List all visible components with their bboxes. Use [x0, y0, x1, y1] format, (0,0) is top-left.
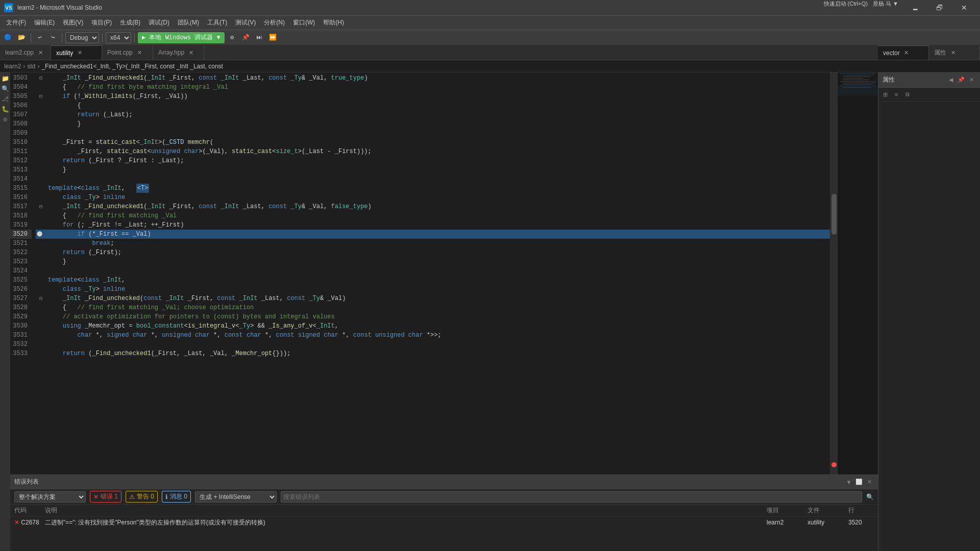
right-panel-btn-1[interactable]: ⊞ — [880, 90, 890, 99]
ln-3526: 3526 — [10, 285, 32, 294]
tab-xutility[interactable]: xutility ✕ — [51, 45, 102, 60]
fold-3505[interactable]: ⊟ — [36, 92, 46, 101]
toolbar-more-4[interactable]: ⏩ — [267, 32, 279, 43]
menu-window[interactable]: 窗口(W) — [289, 16, 319, 29]
toolbar-more-1[interactable]: ⚙ — [227, 32, 238, 43]
menu-debug[interactable]: 调试(D) — [144, 16, 174, 29]
menu-view[interactable]: 视图(V) — [59, 16, 87, 29]
tab-learn2cpp[interactable]: learn2.cpp ✕ — [0, 45, 51, 60]
code-line-3526: class _Ty> inline — [46, 285, 830, 294]
scrollbar-thumb[interactable] — [831, 194, 837, 235]
menu-project[interactable]: 项目(P) — [87, 16, 116, 29]
activity-git-icon[interactable]: ⎇ — [1, 95, 9, 103]
error-table: 代码 说明 项目 文件 行 ✕ C2678 二进制"==": 没有找到接受"Pe… — [10, 505, 878, 551]
fold-3530 — [36, 321, 46, 331]
minimap[interactable] — [837, 72, 878, 474]
fold-3517[interactable]: ⊟ — [36, 202, 46, 211]
tab-learn2cpp-close[interactable]: ✕ — [37, 49, 44, 56]
toolbar-undo[interactable]: ↩ — [34, 32, 45, 43]
fold-3532 — [36, 340, 46, 349]
menu-help[interactable]: 帮助(H) — [319, 16, 348, 29]
toolbar-more-2[interactable]: 📌 — [240, 32, 252, 43]
panel-minimize-btn[interactable]: ▼ — [844, 478, 853, 487]
breadcrumb-project[interactable]: learn2 — [4, 63, 21, 70]
toolbar-more-3[interactable]: ⏭ — [254, 32, 265, 43]
tab-vector-close[interactable]: ✕ — [903, 49, 910, 57]
info-filter-button[interactable]: ℹ 消息 0 — [162, 491, 191, 503]
menu-file[interactable]: 文件(F) — [2, 16, 30, 29]
ln-3505: 3505 — [10, 92, 32, 101]
toolbar-separator-2 — [62, 33, 62, 42]
breakpoint-icon: ⬤ — [37, 231, 42, 237]
right-panel-minimize-btn[interactable]: ◀ — [946, 76, 955, 85]
panel-maximize-btn[interactable]: ⬜ — [854, 478, 864, 487]
tab-xutility-close[interactable]: ✕ — [76, 49, 83, 57]
code-line-3504: { // find first byte matching integral _… — [46, 83, 830, 92]
code-line-3510: _First = static_cast<_InIt>(_CSTD memchr… — [46, 138, 830, 147]
warning-filter-button[interactable]: ⚠ 警告 0 — [126, 491, 158, 503]
ln-3527: 3527 — [10, 294, 32, 303]
ln-3516: 3516 — [10, 193, 32, 202]
right-panel-title: 属性 — [883, 76, 895, 84]
fold-3503[interactable]: ⊟ — [36, 73, 46, 83]
menu-analyze[interactable]: 分析(N) — [260, 16, 289, 29]
build-filter-select[interactable]: 生成 + IntelliSense — [195, 491, 277, 503]
activity-search-icon[interactable]: 🔍 — [1, 85, 9, 93]
run-button[interactable]: ▶ 本地 Windows 调试器 ▼ — [138, 32, 225, 43]
breadcrumb-namespace[interactable]: std — [27, 63, 35, 70]
ln-3530: 3530 — [10, 321, 32, 331]
code-line-3508: } — [46, 119, 830, 129]
user-name[interactable]: 昱杨 马 ▼ — [873, 0, 898, 15]
menu-tools[interactable]: 工具(T) — [203, 16, 231, 29]
tab-properties-close[interactable]: ✕ — [949, 49, 957, 56]
platform-select[interactable]: x64 — [106, 32, 131, 43]
fold-3527[interactable]: ⊟ — [36, 294, 46, 303]
right-panel-close-btn[interactable]: ✕ — [967, 76, 976, 85]
activity-explorer-icon[interactable]: 📁 — [1, 74, 9, 83]
menu-edit[interactable]: 编辑(E) — [30, 16, 59, 29]
tab-arrayhpp-close[interactable]: ✕ — [187, 49, 194, 56]
code-line-3513: } — [46, 165, 830, 174]
activity-debug-icon[interactable]: 🐛 — [1, 105, 9, 113]
warning-icon: ⚠ — [129, 493, 135, 500]
error-row-0[interactable]: ✕ C2678 二进制"==": 没有找到接受"Person"类型的左操作数的运… — [10, 517, 878, 528]
debug-config-select[interactable]: Debug — [65, 32, 99, 43]
tab-pointcpp-close[interactable]: ✕ — [136, 49, 143, 56]
toolbar-new[interactable]: 🔵 — [2, 32, 14, 43]
right-panel-btn-2[interactable]: ≡ — [892, 90, 901, 99]
toolbar-open[interactable]: 📂 — [16, 32, 28, 43]
toolbar-redo[interactable]: ↪ — [47, 32, 59, 43]
code-container[interactable]: 3503 3504 3505 3506 3507 3508 3509 3510 … — [10, 72, 878, 474]
minimize-button[interactable]: 🗕 — [903, 0, 927, 15]
warning-count-label: 警告 0 — [137, 492, 154, 501]
minimap-svg — [838, 72, 878, 474]
menu-team[interactable]: 团队(M) — [174, 16, 203, 29]
right-panel-btn-3[interactable]: ⚙ — [903, 90, 912, 99]
tab-arrayhpp[interactable]: Array.hpp ✕ — [153, 45, 204, 60]
fold-icon-3527: ⊟ — [39, 295, 42, 302]
error-scope-select[interactable]: 整个解决方案 — [14, 491, 86, 503]
menu-test[interactable]: 测试(V) — [231, 16, 260, 29]
error-search-icon[interactable]: 🔍 — [866, 493, 874, 500]
right-panel-pin-btn[interactable]: 📌 — [957, 76, 966, 85]
code-line-3532 — [46, 340, 830, 349]
tab-vector[interactable]: vector ✕ — [878, 45, 929, 60]
error-search-input[interactable] — [281, 491, 862, 503]
close-button[interactable]: ✕ — [952, 0, 976, 15]
activity-extensions-icon[interactable]: ⚙ — [1, 115, 9, 123]
panel-close-btn[interactable]: ✕ — [865, 478, 874, 487]
vertical-scrollbar[interactable] — [830, 72, 837, 474]
code-line-3531: char *, signed char *, unsigned char *, … — [46, 331, 830, 340]
menu-build[interactable]: 生成(B) — [116, 16, 144, 29]
fold-3508 — [36, 119, 46, 129]
ln-3529: 3529 — [10, 312, 32, 321]
tab-properties[interactable]: 属性 ✕ — [929, 45, 980, 60]
tab-pointcpp[interactable]: Point.cpp ✕ — [102, 45, 153, 60]
restore-button[interactable]: 🗗 — [928, 0, 951, 15]
breadcrumb-symbol[interactable]: _Find_unchecked1<_InIt, _Ty>(_InIt _Firs… — [41, 63, 223, 70]
code-lines[interactable]: _InIt _Find_unchecked1(_InIt _First, con… — [46, 72, 830, 474]
error-filter-button[interactable]: ✕ 错误 1 — [90, 491, 121, 503]
tab-learn2cpp-label: learn2.cpp — [5, 49, 34, 56]
quick-launch[interactable]: 快速启动 (Ctrl+Q) — [824, 0, 868, 15]
info-icon: ℹ — [165, 493, 168, 500]
